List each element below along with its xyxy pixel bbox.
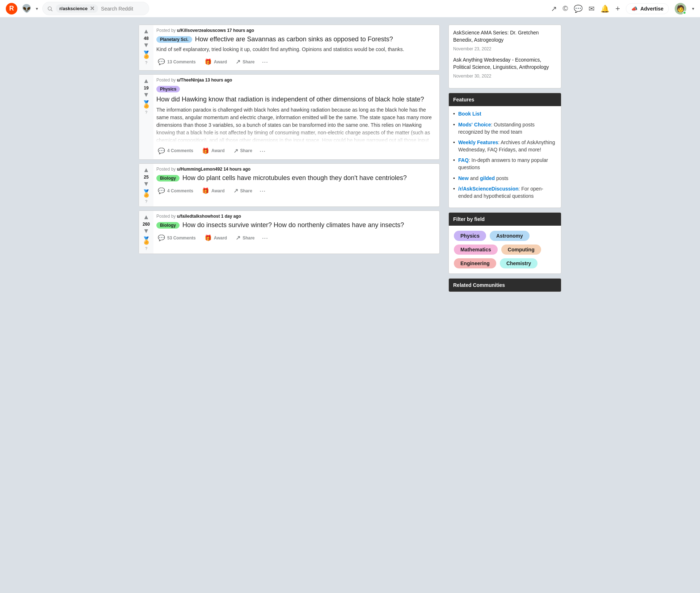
downvote-button[interactable]: ▲ [143,181,149,188]
filter-tag-computing[interactable]: Computing [501,245,541,255]
subreddit-dropdown-arrow[interactable]: ▾ [36,6,38,11]
svg-line-1 [51,10,52,11]
post-body-area: Posted by u/Killsoverzealouscows 17 hour… [153,25,439,70]
award-button[interactable]: 🎁 Award [201,145,226,156]
share-button[interactable]: ↗ Share [234,56,256,67]
post-meta: Posted by u/TheeNinjaa 13 hours ago [156,78,437,83]
more-options-button[interactable]: ··· [260,187,266,195]
post-title[interactable]: How do plant cells have microtubules eve… [182,174,407,182]
post-flair[interactable]: Biology [156,222,180,229]
gilded-link[interactable]: gilded [480,175,495,181]
share-icon: ↗ [236,234,240,241]
notification-bell[interactable]: 🔔 [600,4,610,13]
coins-icon[interactable]: © [563,4,568,13]
user-avatar[interactable]: 🧑 [675,3,686,14]
features-list: Book List Mods' Choice: Outstanding post… [453,110,557,200]
related-communities-header: Related Communities [449,279,561,292]
post-card[interactable]: ▲ 48 ▲ 🏅 ? Posted by u/Killsoverzealousc… [139,25,440,71]
award-count-small: ? [145,199,147,204]
alien-icon[interactable]: 👽 [22,4,31,13]
share-icon: ↗ [233,147,238,154]
more-options-button[interactable]: ··· [262,234,268,242]
faq-link[interactable]: FAQ [458,157,469,163]
share-label: Share [240,188,252,193]
avatar-dropdown-arrow[interactable]: ▾ [692,6,694,11]
share-button[interactable]: ↗ Share [232,185,254,196]
upvote-button[interactable]: ▲ [143,167,149,173]
share-button[interactable]: ↗ Share [232,145,254,156]
post-author: u/Killsoverzealouscows [177,28,226,33]
filter-tag-astronomy[interactable]: Astronomy [490,231,530,241]
post-body-area: Posted by u/TheeNinjaa 13 hours ago Phys… [153,75,439,159]
award-label: Award [211,148,224,153]
share-button[interactable]: ↗ Share [234,232,256,243]
filter-widget: Filter by field Physics Astronomy Mathem… [448,212,561,274]
new-link[interactable]: New [458,175,469,181]
comments-button[interactable]: 💬 53 Comments [156,232,197,243]
post-time: 13 hours ago [205,78,232,83]
post-actions: 💬 53 Comments 🎁 Award ↗ Share ··· [156,232,437,243]
message-icon[interactable]: ✉ [589,4,595,13]
comments-button[interactable]: 💬 4 Comments [156,145,195,156]
book-list-link[interactable]: Book List [458,111,481,117]
post-card[interactable]: ▲ 25 ▲ 🏅 ? Posted by u/HummingLemon492 1… [139,163,440,207]
announcements-widget: AskScience AMA Series: Dr. Gretchen Bene… [448,25,561,88]
comment-icon: 💬 [158,234,165,241]
filter-tag-physics[interactable]: Physics [454,231,486,241]
award-count-small: ? [145,246,147,251]
weekly-features-link[interactable]: Weekly Features [458,139,498,145]
advertise-button[interactable]: 📣 Advertise [626,3,669,14]
award-button[interactable]: 🎁 Award [201,185,226,196]
post-meta: Posted by u/Killsoverzealouscows 17 hour… [156,28,437,33]
downvote-button[interactable]: ▲ [143,228,149,235]
ask-wednesday-title[interactable]: Ask Anything Wednesday - Economics, Poli… [453,57,557,71]
post-flair[interactable]: Planetary Sci. [156,36,192,43]
post-flair[interactable]: Biology [156,175,180,181]
filter-tag-engineering[interactable]: Engineering [454,258,496,268]
post-actions: 💬 4 Comments 🎁 Award ↗ Share ··· [156,185,437,196]
upvote-button[interactable]: ▲ [143,78,149,84]
upvote-button[interactable]: ▲ [143,28,149,34]
mods-choice-link[interactable]: Mods' Choice [458,122,491,128]
chat-icon[interactable]: 💬 [574,4,583,13]
downvote-button[interactable]: ▲ [143,42,149,49]
list-item: Mods' Choice: Outstanding posts recogniz… [453,121,557,135]
askscience-discussion-link[interactable]: /r/AskScienceDiscussion [458,186,519,192]
vote-column: ▲ 25 ▲ 🏅 ? [139,164,153,206]
more-options-button[interactable]: ··· [262,58,268,66]
reddit-logo[interactable]: R [6,3,17,14]
award-icon: 🎁 [204,58,212,65]
award-button[interactable]: 🎁 Award [203,56,228,67]
award-label: Award [214,59,227,64]
post-meta: Posted by u/failedtalkshowhost 1 day ago [156,214,437,219]
post-title[interactable]: How did Hawking know that radiation is i… [156,95,424,104]
post-flair[interactable]: Physics [156,86,180,92]
post-title[interactable]: How do insects survive winter? How do no… [182,221,404,229]
search-tab-close[interactable]: ✕ [90,5,94,12]
comments-button[interactable]: 💬 4 Comments [156,185,195,196]
search-input[interactable] [101,6,144,12]
comments-label: 4 Comments [167,188,193,193]
post-author: u/failedtalkshowhost [177,214,220,219]
award-icon: 🎁 [202,187,209,194]
award-icon: 🎁 [202,147,209,154]
post-card[interactable]: ▲ 19 ▲ 🏅 ? Posted by u/TheeNinjaa 13 hou… [139,74,440,159]
comment-icon: 💬 [158,187,165,194]
plus-icon[interactable]: + [615,4,620,13]
vote-count: 48 [144,36,148,41]
post-title[interactable]: How effective are Savannas as carbon sin… [195,35,393,43]
link-icon[interactable]: ↗ [551,4,557,13]
upvote-button[interactable]: ▲ [143,214,149,220]
ama-title[interactable]: AskScience AMA Series: Dr. Gretchen Bene… [453,29,557,43]
share-label: Share [240,148,252,153]
award-button[interactable]: 🎁 Award [203,232,228,243]
more-options-button[interactable]: ··· [260,147,266,155]
filter-tag-chemistry[interactable]: Chemistry [500,258,537,268]
downvote-button[interactable]: ▲ [143,92,149,99]
comments-button[interactable]: 💬 13 Comments [156,56,197,67]
post-author: u/TheeNinjaa [177,78,204,83]
filter-tag-mathematics[interactable]: Mathematics [454,245,498,255]
post-card[interactable]: ▲ 260 ▲ 🏅 ? Posted by u/failedtalkshowho… [139,210,440,254]
subreddit-search-tab[interactable]: r/askscience ✕ [56,4,98,13]
filter-header: Filter by field [449,213,561,226]
